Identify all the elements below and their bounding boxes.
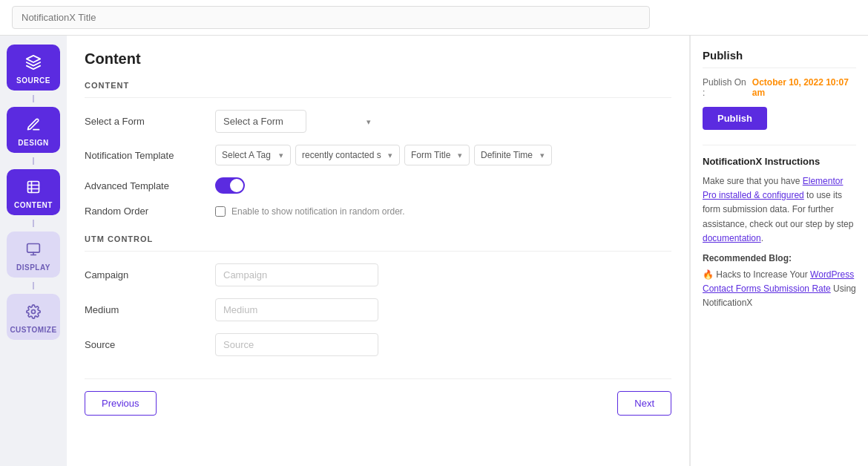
random-order-text: Enable to show notification in random or… [231, 206, 404, 217]
advanced-template-toggle[interactable] [215, 177, 245, 194]
svg-marker-0 [27, 56, 40, 62]
recommended-icon: 🔥 [703, 269, 714, 280]
sidebar-connector-2 [33, 157, 34, 165]
medium-control [215, 298, 671, 321]
random-order-row: Random Order Enable to show notification… [85, 206, 671, 217]
campaign-input[interactable] [215, 263, 378, 286]
select-form-select[interactable]: Select a Form [215, 110, 306, 133]
campaign-label: Campaign [85, 269, 203, 280]
advanced-template-label: Advanced Template [85, 180, 203, 191]
next-button[interactable]: Next [617, 391, 671, 416]
notification-template-selects: Select A Tag recently contacted s Form T… [215, 145, 671, 165]
list-icon [23, 177, 44, 197]
gear-icon [23, 301, 44, 322]
svg-rect-5 [27, 244, 40, 253]
random-order-control: Enable to show notification in random or… [215, 206, 671, 217]
instructions-text-1: Make sure that you have [703, 176, 803, 186]
notification-template-row: Notification Template Select A Tag recen… [85, 145, 671, 165]
section-content-header: CONTENT [85, 81, 671, 98]
sidebar-connector-1 [33, 95, 34, 102]
publish-button[interactable]: Publish [703, 107, 767, 130]
main-layout: SOURCE DESIGN CONTENT [0, 36, 868, 466]
medium-label: Medium [85, 304, 203, 315]
publish-date-label: Publish On : [703, 77, 748, 98]
publish-date-row: Publish On : October 10, 2022 10:07 am [703, 77, 856, 98]
campaign-control [215, 263, 671, 286]
campaign-row: Campaign [85, 263, 671, 286]
recently-contacted-wrap[interactable]: recently contacted s [295, 145, 400, 165]
page-title: Content [85, 50, 671, 68]
source-control [215, 333, 671, 356]
form-title-wrap[interactable]: Form Title [404, 145, 470, 165]
right-sidebar: Publish Publish On : October 10, 2022 10… [690, 36, 868, 466]
sidebar-item-source[interactable]: SOURCE [7, 45, 60, 91]
sidebar-item-customize-label: CUSTOMIZE [10, 326, 56, 334]
instructions-text-3: . [761, 233, 763, 243]
publish-title: Publish [703, 49, 856, 68]
definite-time-select[interactable]: Definite Time [474, 145, 552, 165]
sidebar: SOURCE DESIGN CONTENT [0, 36, 67, 466]
sidebar-connector-4 [33, 282, 34, 289]
documentation-link[interactable]: documentation [703, 233, 761, 243]
notification-template-control: Select A Tag recently contacted s Form T… [215, 145, 671, 165]
definite-time-wrap[interactable]: Definite Time [474, 145, 552, 165]
sidebar-item-content[interactable]: CONTENT [7, 169, 60, 215]
pen-icon [23, 114, 44, 135]
tag-select[interactable]: Select A Tag [215, 145, 291, 165]
sidebar-item-customize[interactable]: CUSTOMIZE [7, 294, 60, 340]
monitor-icon [23, 239, 44, 260]
tag-select-wrap[interactable]: Select A Tag [215, 145, 291, 165]
sidebar-item-display-label: DISPLAY [16, 263, 50, 272]
instructions-title: NotificationX Instructions [703, 156, 856, 167]
random-order-checkbox[interactable] [215, 206, 226, 217]
sidebar-item-display[interactable]: DISPLAY [7, 232, 60, 278]
previous-button[interactable]: Previous [85, 391, 157, 416]
sidebar-item-content-label: CONTENT [14, 201, 53, 209]
svg-rect-1 [28, 182, 39, 193]
sidebar-item-source-label: SOURCE [16, 76, 50, 85]
top-bar [0, 0, 868, 36]
sidebar-item-design-label: DESIGN [18, 139, 48, 147]
recommended-title: Recommended Blog: [703, 253, 856, 263]
source-input[interactable] [215, 333, 378, 356]
sidebar-item-design[interactable]: DESIGN [7, 107, 60, 153]
recommended-text-1: Hacks to Increase Your [716, 269, 810, 280]
select-form-label: Select a Form [85, 116, 203, 127]
svg-point-8 [32, 310, 36, 314]
center-content: Content CONTENT Select a Form Select a F… [67, 36, 690, 466]
sidebar-connector-3 [33, 220, 34, 227]
instructions-text: Make sure that you have Elementor Pro in… [703, 174, 856, 246]
layers-icon [23, 52, 44, 73]
recommended-link-block: 🔥 Hacks to Increase Your WordPress Conta… [703, 268, 856, 311]
form-title-select[interactable]: Form Title [404, 145, 470, 165]
advanced-template-row: Advanced Template [85, 177, 671, 194]
recently-contacted-select[interactable]: recently contacted s [295, 145, 400, 165]
instructions-section: NotificationX Instructions Make sure tha… [703, 145, 856, 311]
footer-buttons: Previous Next [85, 378, 671, 416]
title-input[interactable] [12, 6, 650, 29]
source-row: Source [85, 333, 671, 356]
advanced-template-control [215, 177, 671, 194]
utm-section-header: UTM CONTROL [85, 234, 671, 252]
utm-section: UTM CONTROL Campaign Medium Source [85, 234, 671, 356]
medium-row: Medium [85, 298, 671, 321]
notification-template-label: Notification Template [85, 150, 203, 161]
random-order-checkbox-label[interactable]: Enable to show notification in random or… [215, 206, 671, 217]
select-form-wrap[interactable]: Select a Form [215, 110, 378, 133]
select-form-row: Select a Form Select a Form [85, 110, 671, 133]
medium-input[interactable] [215, 298, 378, 321]
publish-date-value: October 10, 2022 10:07 am [752, 77, 856, 98]
publish-section: Publish Publish On : October 10, 2022 10… [703, 49, 856, 130]
source-label: Source [85, 339, 203, 350]
select-form-control: Select a Form [215, 110, 671, 133]
random-order-label: Random Order [85, 206, 203, 217]
